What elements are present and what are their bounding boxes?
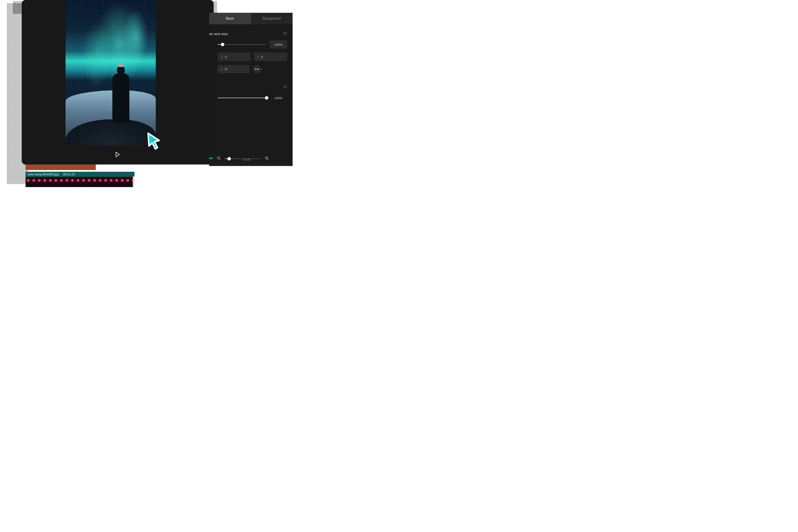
tab-basic[interactable]: Basic [209,13,251,24]
clip-filename: kylar-kang-6045659.jpg [28,173,59,176]
reset-icon [283,32,287,35]
reset-position-button[interactable] [283,32,287,36]
scale-row: 100% [209,40,287,49]
svg-rect-3 [211,158,213,159]
svg-rect-1 [257,69,259,70]
play-button[interactable] [115,152,120,158]
preview-panel [22,0,214,165]
timeline-track-upper-clip[interactable] [25,165,96,170]
position-row: X 0 Y 0 [209,53,287,61]
svg-line-7 [220,159,221,160]
scale-slider[interactable] [218,42,267,47]
tab-background[interactable]: Background [251,13,292,24]
slider-thumb[interactable] [221,43,224,46]
opacity-value-field[interactable]: 100% [270,94,287,102]
timeline-track-media-clip[interactable]: kylar-kang-6045659.jpg 00:21:19 [25,172,134,187]
slider-thumb[interactable] [227,157,231,160]
clip-duration: 00:21:19 [63,173,75,176]
reset-icon [283,85,287,89]
angle-value: 0° [225,68,228,71]
zoom-slider[interactable] [225,156,261,161]
svg-line-11 [268,159,269,160]
reset-opacity-button[interactable] [283,85,287,90]
zoom-out-icon [217,156,221,160]
clip-thumbnails [25,177,134,187]
slider-thumb[interactable] [265,96,268,100]
section-label: on and size [209,32,228,36]
play-icon [115,152,120,157]
position-y-field[interactable]: Y 0 [254,53,287,61]
opacity-row: 100% [209,94,287,102]
y-value: 0 [261,55,263,59]
zoom-in-button[interactable] [265,156,269,161]
rotation-angle-field[interactable]: X 0° [218,65,250,73]
zoom-out-button[interactable] [217,156,221,161]
svg-rect-0 [255,69,256,70]
clip-info: kylar-kang-6045659.jpg 00:21:19 [25,172,134,177]
snap-toggle-button[interactable] [209,156,213,161]
rotation-row: X 0° [209,65,287,73]
position-x-field[interactable]: X 0 [218,53,251,61]
x-value: 0 [225,55,227,59]
svg-rect-2 [209,158,210,159]
y-axis-label: Y [254,55,261,59]
mirror-icon [255,68,259,70]
properties-tabs: Basic Background [209,13,292,24]
opacity-slider[interactable] [218,95,267,100]
snap-icon [209,156,213,160]
mirror-toggle-button[interactable] [252,65,261,73]
media-content [65,0,156,146]
properties-panel: Basic Background on and size 100% [209,13,292,166]
ruler-time-label: 00:40 [243,158,250,161]
angle-axis-label: X [218,68,225,71]
preview-media[interactable] [65,0,156,146]
section-opacity-header [209,82,287,94]
section-position-size-header: on and size [209,28,287,40]
clip-trim-handle[interactable] [133,176,134,187]
zoom-in-icon [265,156,269,160]
scale-value-field[interactable]: 100% [270,40,287,49]
x-axis-label: X [218,55,225,59]
timeline-tracks: kylar-kang-6045659.jpg 00:21:19 [25,165,289,187]
